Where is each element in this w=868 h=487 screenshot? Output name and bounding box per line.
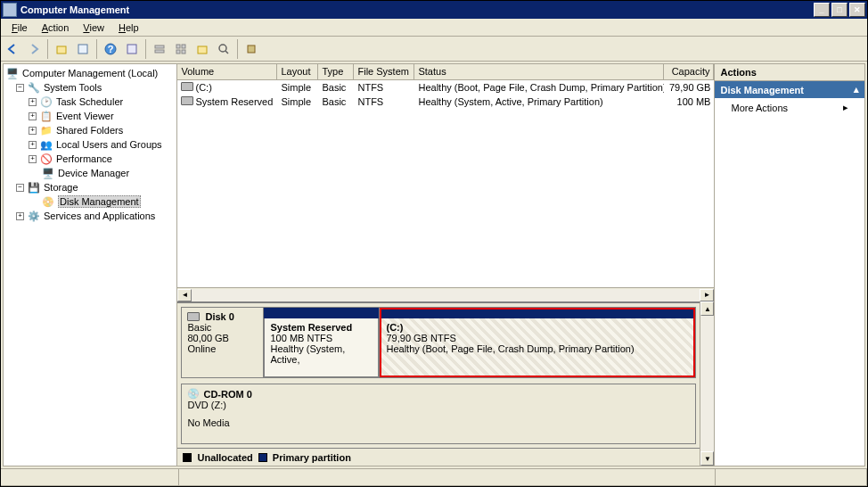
volume-hscroll[interactable]: ◄ ► (177, 287, 714, 301)
cdrom-row[interactable]: 💿CD-ROM 0 DVD (Z:) No Media (181, 384, 696, 444)
svg-rect-8 (182, 45, 185, 48)
tree-local-users[interactable]: +👥Local Users and Groups (4, 137, 176, 152)
computer-management-window: Computer Management _ □ ✕ File Action Vi… (0, 0, 868, 487)
volume-list: Volume Layout Type File System Status Ca… (177, 64, 714, 301)
view2-button[interactable] (171, 39, 191, 59)
disk0-row[interactable]: Disk 0 Basic 80,00 GB Online System Rese… (181, 307, 696, 378)
disk-vscroll[interactable]: ▲ ▼ (700, 301, 714, 466)
back-button[interactable] (3, 39, 22, 59)
tree-event-viewer[interactable]: +📋Event Viewer (4, 109, 176, 123)
svg-point-12 (219, 45, 226, 52)
menu-action[interactable]: Action (35, 21, 77, 35)
cdrom-info[interactable]: 💿CD-ROM 0 DVD (Z:) No Media (181, 384, 696, 444)
svg-rect-1 (78, 45, 87, 54)
tree-services-apps[interactable]: +⚙️Services and Applications (4, 209, 176, 223)
volume-header[interactable]: Volume Layout Type File System Status Ca… (177, 64, 714, 80)
svg-rect-7 (176, 45, 180, 48)
menu-bar: File Action View Help (1, 19, 867, 37)
actions-pane: Actions Disk Management ▴ More Actions ▸ (715, 64, 864, 466)
volume-row-c[interactable]: (C:) Simple Basic NTFS Healthy (Boot, Pa… (177, 80, 714, 95)
toolbar: ? (1, 37, 867, 62)
legend-unallocated: Unallocated (197, 452, 252, 463)
up-button[interactable] (52, 39, 71, 59)
forward-button[interactable] (24, 39, 44, 59)
partition-system-reserved[interactable]: System Reserved 100 MB NTFS Healthy (Sys… (264, 308, 380, 377)
tree-storage[interactable]: −💾Storage (4, 180, 176, 194)
tree-disk-management[interactable]: 📀Disk Management (4, 194, 176, 209)
title-bar: Computer Management _ □ ✕ (1, 1, 867, 19)
tree-shared-folders[interactable]: +📁Shared Folders (4, 123, 176, 137)
menu-help[interactable]: Help (111, 21, 146, 35)
volume-row-sysres[interactable]: System Reserved Simple Basic NTFS Health… (177, 95, 714, 109)
scroll-right-icon[interactable]: ► (700, 289, 714, 301)
svg-rect-9 (176, 50, 180, 54)
actions-header: Actions (715, 64, 864, 81)
content-pane: Volume Layout Type File System Status Ca… (177, 64, 715, 466)
menu-file[interactable]: File (4, 21, 35, 35)
tree-device-manager[interactable]: 🖥️Device Manager (4, 166, 176, 180)
window-title: Computer Management (20, 4, 814, 15)
col-fs[interactable]: File System (354, 64, 414, 79)
maximize-button[interactable]: □ (831, 3, 848, 17)
col-type[interactable]: Type (318, 64, 354, 79)
col-status[interactable]: Status (414, 64, 664, 79)
tree-performance[interactable]: +🚫Performance (4, 152, 176, 166)
drive-icon (181, 82, 193, 91)
extras-button[interactable] (242, 39, 261, 59)
close-button[interactable]: ✕ (849, 3, 865, 17)
scroll-up-icon[interactable]: ▲ (700, 301, 714, 316)
drive-icon (181, 96, 193, 105)
menu-view[interactable]: View (76, 21, 111, 35)
actions-more[interactable]: More Actions ▸ (715, 98, 864, 117)
view1-button[interactable] (150, 39, 169, 59)
col-volume[interactable]: Volume (177, 64, 277, 79)
navigation-tree[interactable]: 🖥️Computer Management (Local) −🔧System T… (4, 64, 177, 466)
col-capacity[interactable]: Capacity (664, 64, 714, 79)
svg-line-13 (225, 51, 228, 54)
scroll-left-icon[interactable]: ◄ (177, 289, 192, 301)
disk0-info[interactable]: Disk 0 Basic 80,00 GB Online (181, 307, 263, 378)
settings-button[interactable] (192, 39, 212, 59)
svg-rect-10 (182, 50, 185, 54)
col-layout[interactable]: Layout (277, 64, 318, 79)
properties-button[interactable] (73, 39, 93, 59)
svg-rect-4 (127, 45, 136, 54)
tree-system-tools[interactable]: −🔧System Tools (4, 80, 176, 95)
tree-root[interactable]: 🖥️Computer Management (Local) (4, 66, 176, 80)
legend-primary: Primary partition (273, 452, 351, 463)
disk-graphical-view: Disk 0 Basic 80,00 GB Online System Rese… (177, 301, 700, 448)
svg-rect-11 (198, 46, 207, 54)
legend-swatch-primary (258, 453, 267, 462)
app-icon (3, 3, 17, 17)
disk-icon (187, 312, 200, 321)
svg-rect-14 (248, 45, 255, 53)
svg-rect-5 (155, 45, 164, 48)
svg-rect-6 (155, 50, 164, 53)
svg-text:?: ? (108, 44, 114, 54)
svg-rect-0 (57, 46, 66, 54)
legend-swatch-unallocated (183, 453, 192, 462)
status-bar (1, 468, 867, 486)
collapse-icon: ▴ (854, 84, 859, 95)
refresh-button[interactable] (122, 39, 142, 59)
chevron-right-icon: ▸ (843, 102, 848, 113)
partition-c[interactable]: (C:) 79,90 GB NTFS Healthy (Boot, Page F… (380, 308, 695, 377)
actions-selected[interactable]: Disk Management ▴ (715, 81, 864, 98)
scroll-down-icon[interactable]: ▼ (700, 451, 714, 466)
find-button[interactable] (214, 39, 233, 59)
legend: Unallocated Primary partition (177, 448, 700, 466)
main-body: 🖥️Computer Management (Local) −🔧System T… (3, 63, 865, 466)
minimize-button[interactable]: _ (814, 3, 830, 17)
help-button[interactable]: ? (101, 39, 120, 59)
cdrom-icon: 💿 (187, 388, 200, 400)
tree-task-scheduler[interactable]: +🕑Task Scheduler (4, 95, 176, 109)
